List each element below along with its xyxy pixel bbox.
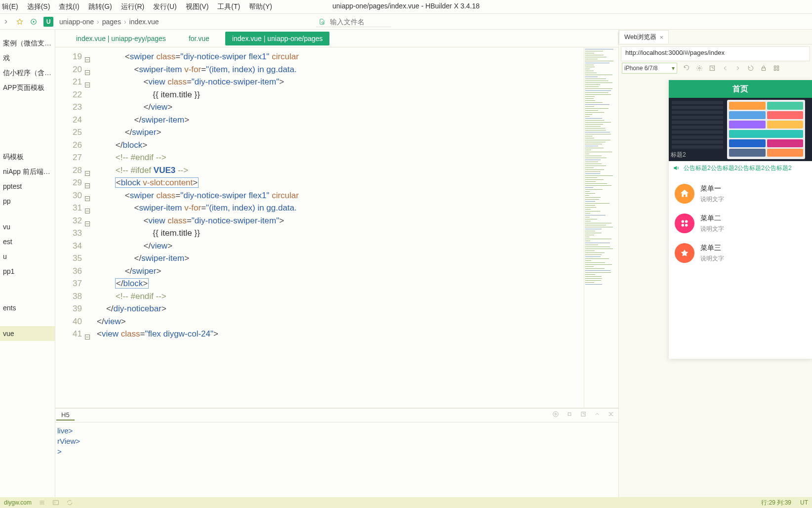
svg-point-34 (682, 220, 685, 223)
refresh-icon[interactable] (683, 65, 690, 72)
menu-item[interactable]: 发行(U) (153, 2, 176, 11)
svg-point-23 (553, 412, 559, 417)
svg-rect-25 (568, 413, 571, 416)
tab-2[interactable]: index.vue | uniapp-one/pages (225, 32, 329, 45)
console-play-icon[interactable] (552, 411, 559, 418)
sidebar-item[interactable]: est (0, 234, 55, 249)
forward-browser-icon[interactable] (734, 65, 741, 72)
menu-item[interactable]: 运行(R) (121, 2, 144, 11)
sidebar-item[interactable] (0, 117, 55, 127)
close-icon[interactable]: × (660, 34, 664, 41)
browser-panel: Web浏览器 × http://localhost:3000/#/pages/i… (618, 30, 812, 497)
svg-rect-33 (777, 69, 779, 71)
gear-icon[interactable] (696, 65, 703, 72)
list-icon[interactable] (39, 499, 45, 506)
console-actions (552, 411, 614, 418)
sidebar-item[interactable] (0, 290, 55, 300)
file-search (316, 17, 391, 27)
menu-item[interactable]: 选择(S) (27, 2, 50, 11)
sidebar-item[interactable] (0, 138, 55, 149)
speaker-icon (673, 165, 680, 171)
back-icon[interactable] (722, 65, 729, 72)
sidebar-item[interactable]: vue (0, 326, 55, 341)
preview-header: 首页 (669, 80, 812, 98)
menu-item[interactable]: 辑(E) (2, 2, 18, 11)
svg-point-37 (685, 224, 688, 227)
sidebar-item[interactable] (0, 209, 55, 219)
sync-icon[interactable] (66, 499, 73, 506)
svg-point-35 (685, 220, 688, 223)
phone-preview: 首页 标题2 公告标题2公告标题2公告标题2公告标题2 (669, 80, 812, 359)
svg-rect-28 (710, 66, 714, 70)
browser-url[interactable]: http://localhost:3000/#/pages/index (621, 46, 810, 61)
sidebar-item[interactable]: pptest (0, 179, 55, 194)
svg-rect-29 (762, 68, 766, 70)
popout-icon[interactable] (709, 65, 716, 72)
grid-icon[interactable] (773, 65, 780, 72)
status-link[interactable]: diygw.com (4, 499, 32, 506)
sidebar-item[interactable]: 案例（微信支付、... (0, 36, 55, 50)
preview-menu-list: 菜单一说明文字 菜单二说明文字 菜单三说明文字 (669, 175, 812, 272)
toolbar: U uniapp-one› pages› index.vue (0, 14, 812, 30)
browser-tab[interactable]: Web浏览器 × (619, 30, 669, 43)
sidebar-item[interactable]: ents (0, 300, 55, 315)
menu-item[interactable]: 工具(T) (217, 2, 240, 11)
sidebar-item[interactable]: pp1 (0, 264, 55, 279)
preview-banner: 标题2 (669, 98, 812, 161)
play-icon[interactable] (30, 18, 38, 26)
menu-item[interactable]: 查找(I) (59, 2, 79, 11)
minimap[interactable] (584, 47, 618, 408)
menu-item[interactable]: 帮助(Y) (249, 2, 272, 11)
breadcrumb-item[interactable]: uniapp-one (59, 18, 94, 26)
breadcrumb-item[interactable]: pages (102, 18, 121, 26)
console-external-icon[interactable] (580, 411, 587, 418)
code-area[interactable]: <swiper class="diy-notice-swiper flex1" … (85, 47, 584, 408)
forward-icon[interactable] (2, 18, 10, 26)
file-search-input[interactable] (330, 18, 389, 26)
preview-menu-item[interactable]: 菜单一说明文字 (675, 179, 806, 209)
project-badge: U (43, 17, 53, 27)
menu-item[interactable]: 视图(V) (186, 2, 209, 11)
tab-0[interactable]: index.vue | uniapp-eyy/pages (69, 32, 173, 45)
console-collapse-icon[interactable] (594, 411, 601, 418)
status-encoding: UT (800, 499, 808, 506)
sidebar-item[interactable]: APP页面模板 (0, 80, 55, 95)
sidebar-item[interactable]: 信小程序（含后端... (0, 65, 55, 80)
sidebar-item[interactable]: 码模板 (0, 149, 55, 164)
svg-marker-2 (33, 20, 35, 23)
preview-menu-item[interactable]: 菜单二说明文字 (675, 209, 806, 238)
sidebar-item[interactable] (0, 95, 55, 106)
search-file-icon (318, 18, 326, 26)
menu-bar: 辑(E) 选择(S) 查找(I) 跳转(G) 运行(R) 发行(U) 视图(V)… (0, 0, 812, 14)
device-select[interactable]: iPhone 6/7/8▾ (622, 63, 677, 74)
sidebar-item[interactable]: pp (0, 194, 55, 209)
preview-menu-item[interactable]: 菜单三说明文字 (675, 238, 806, 268)
reload-icon[interactable] (747, 65, 754, 72)
svg-point-36 (682, 224, 685, 227)
sidebar-item[interactable] (0, 127, 55, 138)
breadcrumb-item[interactable]: index.vue (129, 18, 159, 26)
sidebar-item[interactable]: u (0, 249, 55, 264)
svg-rect-30 (774, 66, 776, 68)
console-shuffle-icon[interactable] (608, 411, 614, 418)
sidebar-item[interactable] (0, 106, 55, 117)
svg-rect-32 (774, 69, 776, 71)
breadcrumb: uniapp-one› pages› index.vue (59, 18, 159, 26)
svg-rect-31 (777, 66, 779, 68)
terminal-icon[interactable] (52, 499, 59, 506)
tab-1[interactable]: for.vue (182, 32, 216, 45)
sidebar-item[interactable] (0, 315, 55, 326)
console-tab-h5[interactable]: H5 (56, 410, 75, 421)
lock-icon[interactable] (760, 65, 767, 72)
sidebar-item[interactable]: niApp 前后端开... (0, 164, 55, 179)
menu-item[interactable]: 跳转(G) (88, 2, 112, 11)
sidebar-item[interactable] (0, 279, 55, 290)
sidebar-item[interactable]: 戏 (0, 50, 55, 65)
svg-rect-26 (581, 412, 585, 416)
star-icon[interactable] (16, 18, 24, 26)
console-stop-icon[interactable] (566, 411, 573, 418)
sidebar-item[interactable]: vu (0, 219, 55, 234)
editor[interactable]: 1920212223242526272829303132333435363738… (55, 47, 618, 408)
status-bar: diygw.com 行:29 列:39 UT (0, 497, 812, 508)
svg-rect-41 (53, 501, 59, 505)
